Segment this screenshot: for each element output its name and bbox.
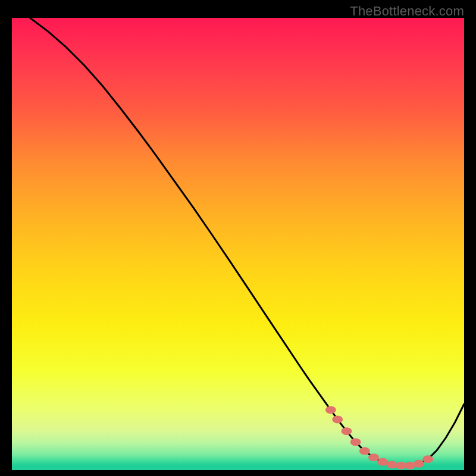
highlight-dot [359,447,370,455]
highlight-dot [414,460,424,468]
plot-area [12,18,464,470]
bottleneck-curve [30,18,464,465]
chart-stage: TheBottleneck.com [0,0,476,476]
highlight-dot [341,427,352,435]
highlight-dot [368,453,379,461]
watermark-text: TheBottleneck.com [350,4,464,19]
highlight-dot [332,415,343,423]
highlight-dot [422,455,433,463]
highlight-dot [405,462,415,469]
curve-layer [12,18,464,470]
highlight-dots [325,406,433,469]
highlight-dot [386,461,397,468]
highlight-dot [325,406,336,414]
highlight-dot [350,438,361,446]
